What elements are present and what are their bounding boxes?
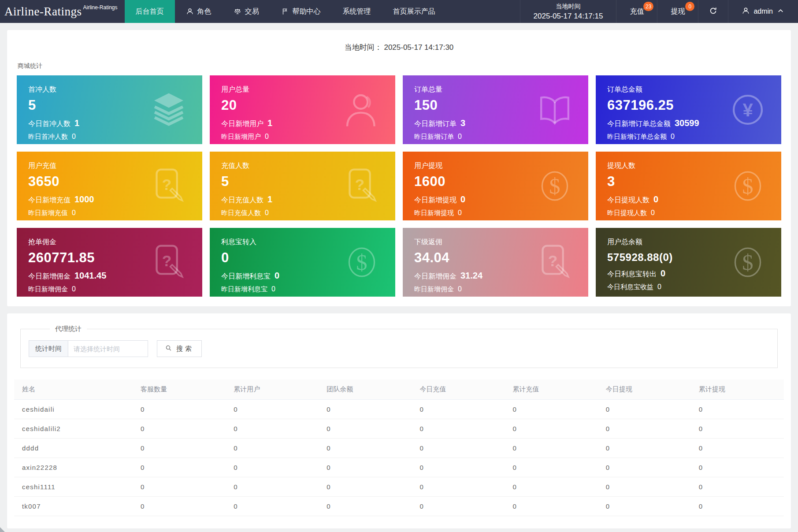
card-yesterday-line: 昨日新增提现0 <box>414 209 577 217</box>
nav-item-1[interactable]: 后台首页 <box>125 0 175 23</box>
card-yesterday-label: 昨日新增订单总金额 <box>607 133 667 141</box>
chevron-up-icon <box>776 7 785 17</box>
table-cell: 0 <box>319 419 412 439</box>
card-today-value: 30599 <box>675 118 699 128</box>
table-cell: 0 <box>691 439 784 458</box>
stat-card-9: 抢单佣金260771.85今日新增佣金1041.45昨日新增佣金0? <box>17 228 202 297</box>
search-button[interactable]: 搜索 <box>157 340 202 357</box>
table-cell: 0 <box>505 419 598 439</box>
card-today-label: 今日利息宝转出 <box>607 270 657 279</box>
svg-text:$: $ <box>742 250 753 275</box>
table-cell: 0 <box>412 477 505 497</box>
table-cell: dddd <box>14 439 133 458</box>
nav-item-label: 交易 <box>245 7 259 16</box>
nav-item-label: 首页展示产品 <box>393 7 435 16</box>
page-resize-corner <box>0 527 5 532</box>
card-yesterday-label: 昨日新增佣金 <box>28 285 68 294</box>
withdraw-button[interactable]: 提现 0 <box>657 0 698 23</box>
nav-item-label: 帮助中心 <box>293 7 321 16</box>
table-cell: axin22228 <box>14 458 133 477</box>
card-today-value: 0 <box>460 194 465 205</box>
nav-item-label: 后台首页 <box>136 7 164 16</box>
card-yesterday-line: 昨日新增用户0 <box>221 133 384 141</box>
card-yesterday-label: 昨日首冲人数 <box>28 133 68 141</box>
nav-item-2[interactable]: 角色 <box>175 0 223 23</box>
card-today-value: 1 <box>74 118 79 128</box>
card-yesterday-label: 昨日新增用户 <box>221 133 261 141</box>
card-today-label: 今日新增订单 <box>414 119 457 129</box>
svg-text:¥: ¥ <box>742 100 753 120</box>
withdraw-badge: 0 <box>685 2 694 11</box>
table-row: axin222280000000 <box>14 458 784 477</box>
table-cell: 0 <box>505 400 598 419</box>
table-cell: 0 <box>598 400 691 419</box>
layers-icon <box>149 90 188 129</box>
table-cell: 0 <box>598 477 691 497</box>
username: admin <box>753 7 773 15</box>
table-cell: 0 <box>226 497 319 516</box>
stat-card-12: 用户总余额575928.88(0)今日利息宝转出0今日利息宝收益0$ <box>596 228 781 297</box>
agent-table-body: ceshidaili0000000ceshidalili20000000dddd… <box>14 400 784 516</box>
table-cell: 0 <box>691 400 784 419</box>
table-cell: 0 <box>133 497 226 516</box>
user-icon <box>186 7 194 15</box>
table-cell: 0 <box>412 458 505 477</box>
card-yesterday-label: 昨日新增利息宝 <box>221 285 267 294</box>
card-yesterday-value: 0 <box>458 133 462 141</box>
recharge-button[interactable]: 充值 23 <box>616 0 657 23</box>
table-cell: 0 <box>319 497 412 516</box>
table-header-cell: 累计用户 <box>226 379 319 400</box>
dollar-icon: $ <box>728 167 767 205</box>
stat-card-11: 下级返佣34.04今日新增佣金31.24昨日新增佣金0? <box>403 228 588 297</box>
table-cell: 0 <box>226 419 319 439</box>
card-yesterday-label: 昨日新增充值 <box>28 209 68 217</box>
withdraw-label: 提现 <box>671 7 685 16</box>
refresh-icon <box>709 7 717 17</box>
card-yesterday-label: 昨日提现人数 <box>607 209 647 217</box>
nav-item-5[interactable]: 系统管理 <box>332 0 382 23</box>
nav-item-6[interactable]: 首页展示产品 <box>382 0 446 23</box>
table-header-cell: 累计提现 <box>691 379 784 400</box>
card-today-value: 3 <box>460 118 465 128</box>
table-header-cell: 团队余额 <box>319 379 412 400</box>
section-title: 商城统计 <box>18 62 781 70</box>
card-today-label: 今日新增佣金 <box>28 272 71 281</box>
stat-card-1: 首冲人数5今日首冲人数1昨日首冲人数0 <box>17 75 202 144</box>
table-cell: 0 <box>691 458 784 477</box>
table-header-cell: 累计充值 <box>505 379 598 400</box>
agent-filter-row: 统计时间 搜索 <box>29 340 777 357</box>
table-cell: ceshidalili2 <box>14 419 133 439</box>
table-cell: 0 <box>412 400 505 419</box>
card-yesterday-line: 昨日新增订单总金额0 <box>607 133 770 141</box>
table-cell: 0 <box>505 458 598 477</box>
nav-item-3[interactable]: 交易 <box>223 0 270 23</box>
table-cell: 0 <box>691 419 784 439</box>
table-cell: 0 <box>319 439 412 458</box>
table-cell: 0 <box>319 400 412 419</box>
card-yesterday-value: 0 <box>458 209 462 217</box>
table-cell: 0 <box>226 400 319 419</box>
card-today-label: 今日首冲人数 <box>28 119 71 129</box>
stat-time-input[interactable] <box>68 340 148 357</box>
table-cell: 0 <box>598 458 691 477</box>
nav-item-4[interactable]: 帮助中心 <box>270 0 332 23</box>
card-yesterday-label: 昨日新增佣金 <box>414 285 454 294</box>
local-time-value: 2025-05-17 14:17:15 <box>534 12 603 21</box>
search-icon <box>165 344 172 353</box>
table-cell: 0 <box>133 400 226 419</box>
table-cell: 0 <box>691 477 784 497</box>
stat-card-4: 订单总金额637196.25今日新增订单总金额30599昨日新增订单总金额0¥ <box>596 75 781 144</box>
table-cell: 0 <box>505 477 598 497</box>
card-today-value: 1 <box>267 118 272 128</box>
user-menu[interactable]: admin <box>728 0 798 23</box>
stat-card-7: 用户提现1600今日新增提现0昨日新增提现0$ <box>403 152 588 220</box>
card-yesterday-value: 0 <box>265 209 269 217</box>
doc-edit-icon: ? <box>149 243 188 282</box>
stat-card-6: 充值人数5今日充值人数1昨日充值人数0? <box>210 152 395 220</box>
refresh-button[interactable] <box>698 0 728 23</box>
dollar-icon: $ <box>535 167 574 205</box>
table-cell: 0 <box>598 439 691 458</box>
table-cell: 0 <box>133 477 226 497</box>
dollar-icon: $ <box>728 243 767 282</box>
card-yesterday-value: 0 <box>72 285 76 293</box>
